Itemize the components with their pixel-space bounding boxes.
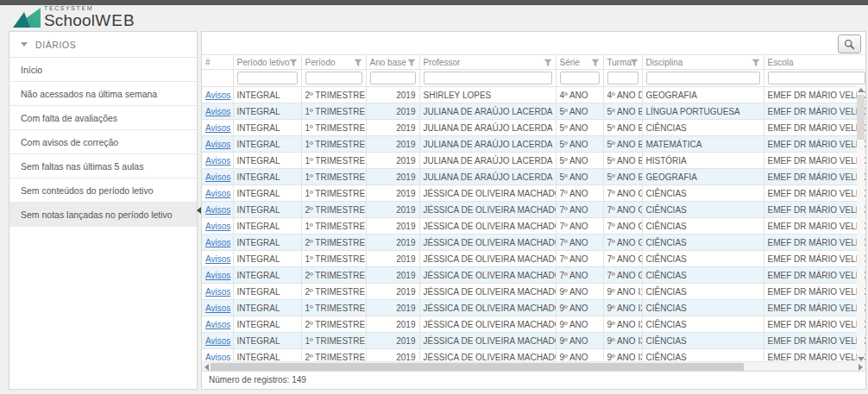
filter-input-periodo_letivo[interactable] xyxy=(237,72,298,84)
avisos-link[interactable]: Avisos xyxy=(205,107,230,116)
avisos-link[interactable]: Avisos xyxy=(205,320,230,329)
avisos-link[interactable]: Avisos xyxy=(205,140,230,149)
cell-turma: 9º ANO I2 xyxy=(603,316,642,333)
scroll-left-icon[interactable] xyxy=(204,364,209,371)
logo-triangle-icon xyxy=(12,7,41,28)
vertical-scroll-thumb[interactable] xyxy=(857,95,865,140)
filter-cell-periodo_letivo xyxy=(233,70,301,87)
cell-disciplina: HISTÓRIA xyxy=(642,153,764,169)
cell-turma: 5º ANO E2 xyxy=(603,153,642,169)
chevron-down-icon xyxy=(21,42,28,47)
avisos-cell: Avisos xyxy=(202,251,233,267)
avisos-link[interactable]: Avisos xyxy=(205,238,230,247)
cell-serie: 7º ANO xyxy=(556,235,603,251)
search-icon xyxy=(844,39,855,50)
column-header-escola[interactable]: Escola xyxy=(764,55,865,70)
cell-disciplina: CIÊNCIAS xyxy=(642,202,764,218)
column-header-turma[interactable]: Turma xyxy=(603,55,642,70)
cell-periodo_letivo: INTEGRAL xyxy=(233,153,301,169)
cell-escola: EMEF DR MÁRIO VELLO SILVARI xyxy=(764,300,865,316)
filter-input-serie[interactable] xyxy=(560,72,600,84)
avisos-link[interactable]: Avisos xyxy=(205,156,230,166)
sidebar-section-diarios[interactable]: DIÁRIOS xyxy=(9,32,197,58)
cell-periodo: 1º TRIMESTRE xyxy=(301,185,366,202)
column-header-disciplina[interactable]: Disciplina xyxy=(642,55,764,70)
cell-professor: JÉSSICA DE OLIVEIRA MACHADO CATRINCK xyxy=(419,185,556,202)
filter-input-ano_base[interactable] xyxy=(370,72,416,84)
search-button[interactable] xyxy=(838,34,861,53)
record-count: Número de registros: 149 xyxy=(209,375,306,385)
table-row: AvisosINTEGRAL1º TRIMESTRE2019JÉSSICA DE… xyxy=(202,218,865,235)
cell-periodo_letivo: INTEGRAL xyxy=(233,251,301,267)
sidebar-item[interactable]: Não acessados na última semana xyxy=(9,82,197,106)
cell-periodo_letivo: INTEGRAL xyxy=(233,300,301,316)
cell-turma: 9º ANO I2 xyxy=(603,300,642,316)
filter-icon[interactable] xyxy=(289,59,298,67)
avisos-cell: Avisos xyxy=(202,300,233,316)
table-row: AvisosINTEGRAL1º TRIMESTRE2019JÉSSICA DE… xyxy=(202,251,865,267)
sidebar-item[interactable]: Sem faltas nas últimas 5 aulas xyxy=(9,154,197,178)
table-row: AvisosINTEGRAL1º TRIMESTRE2019JULIANA DE… xyxy=(202,136,865,153)
sidebar-item[interactable]: Início xyxy=(9,58,197,82)
table-body: AvisosINTEGRAL2º TRIMESTRE2019SHIRLEY LO… xyxy=(202,87,865,365)
column-header-professor[interactable]: Professor xyxy=(419,55,556,70)
cell-ano_base: 2019 xyxy=(366,251,419,267)
avisos-cell: Avisos xyxy=(202,218,233,235)
sidebar-item[interactable]: Com avisos de correção xyxy=(9,130,197,154)
column-header-serie[interactable]: Série xyxy=(556,55,603,70)
cell-professor: JÉSSICA DE OLIVEIRA MACHADO CATRINCK xyxy=(419,300,556,316)
scroll-up-icon[interactable] xyxy=(858,88,865,92)
column-header-periodo[interactable]: Período xyxy=(301,55,366,70)
cell-turma: 7º ANO G1 xyxy=(603,202,642,218)
filter-input-periodo[interactable] xyxy=(305,72,362,84)
avisos-link[interactable]: Avisos xyxy=(205,205,230,215)
column-header-index[interactable]: # xyxy=(202,55,233,70)
horizontal-scrollbar[interactable] xyxy=(202,361,865,371)
avisos-link[interactable]: Avisos xyxy=(205,287,230,297)
avisos-link[interactable]: Avisos xyxy=(205,303,230,313)
cell-ano_base: 2019 xyxy=(366,87,419,103)
horizontal-scroll-thumb[interactable] xyxy=(211,363,744,371)
cell-ano_base: 2019 xyxy=(366,333,419,349)
avisos-cell: Avisos xyxy=(202,169,233,185)
logo-text: tecsystem SchoolWEB xyxy=(44,5,135,28)
filter-icon[interactable] xyxy=(591,59,600,67)
vertical-scrollbar[interactable] xyxy=(857,86,865,363)
cell-professor: JÉSSICA DE OLIVEIRA MACHADO CATRINCK xyxy=(419,218,556,235)
avisos-link[interactable]: Avisos xyxy=(205,91,230,100)
filter-icon[interactable] xyxy=(407,59,416,67)
cell-turma: 7º ANO G2 xyxy=(603,218,642,235)
sidebar-item[interactable]: Sem notas lançadas no período letivo xyxy=(9,203,197,227)
avisos-cell: Avisos xyxy=(202,103,233,120)
filter-input-turma[interactable] xyxy=(607,72,638,84)
cell-ano_base: 2019 xyxy=(366,169,419,185)
filter-icon[interactable] xyxy=(544,59,552,67)
scroll-right-icon[interactable] xyxy=(859,364,863,371)
filter-input-professor[interactable] xyxy=(424,72,552,84)
avisos-link[interactable]: Avisos xyxy=(205,222,230,231)
avisos-link[interactable]: Avisos xyxy=(205,271,230,280)
filter-cell-serie xyxy=(556,70,603,87)
sidebar-item[interactable]: Com falta de avaliações xyxy=(9,106,197,130)
column-header-ano_base[interactable]: Ano base xyxy=(366,55,419,70)
filter-input-escola[interactable] xyxy=(768,72,865,84)
cell-professor: JULIANA DE ARAÚJO LACERDA xyxy=(419,120,556,136)
avisos-link[interactable]: Avisos xyxy=(205,123,230,133)
column-header-periodo_letivo[interactable]: Período letivo xyxy=(233,55,301,70)
avisos-link[interactable]: Avisos xyxy=(205,172,230,182)
avisos-link[interactable]: Avisos xyxy=(205,336,230,346)
filter-icon[interactable] xyxy=(354,59,362,67)
avisos-link[interactable]: Avisos xyxy=(205,189,230,198)
filter-input-disciplina[interactable] xyxy=(646,72,760,84)
table-row: AvisosINTEGRAL2º TRIMESTRE2019JÉSSICA DE… xyxy=(202,202,865,218)
avisos-link[interactable]: Avisos xyxy=(205,254,230,264)
cell-escola: EMEF DR MÁRIO VELLO SILVARI xyxy=(764,218,865,235)
cell-serie: 7º ANO xyxy=(556,251,603,267)
avisos-link[interactable]: Avisos xyxy=(205,353,230,362)
cell-periodo: 2º TRIMESTRE xyxy=(301,202,366,218)
sidebar-item[interactable]: Sem conteúdos do período letivo xyxy=(9,178,197,203)
filter-icon[interactable] xyxy=(752,59,760,67)
grid-toolbar xyxy=(202,32,865,54)
filter-icon[interactable] xyxy=(630,59,638,67)
cell-periodo_letivo: INTEGRAL xyxy=(233,267,301,284)
